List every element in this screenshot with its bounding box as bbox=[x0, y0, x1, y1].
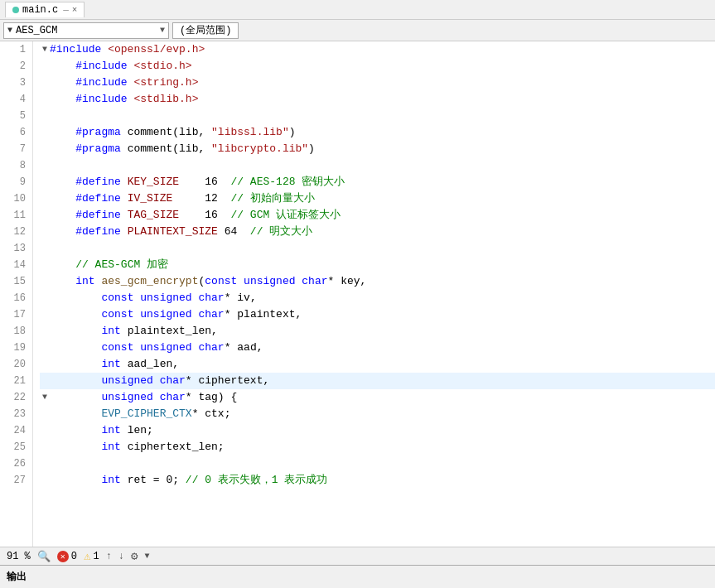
token-normal bbox=[50, 472, 101, 489]
line-number: 3 bbox=[7, 75, 26, 91]
token-normal: aad_len, bbox=[128, 356, 179, 373]
token-kw-int: int bbox=[101, 439, 127, 455]
code-line: const unsigned char* plaintext, bbox=[40, 306, 715, 323]
output-panel: 输出 bbox=[0, 565, 715, 588]
warning-count: 1 bbox=[93, 551, 99, 562]
token-normal: * plaintext, bbox=[225, 306, 302, 323]
token-normal: * ciphertext, bbox=[186, 373, 269, 389]
token-macro-name: PLAINTEXT_SIZE bbox=[128, 224, 218, 240]
code-line: EVP_CIPHER_CTX* ctx; bbox=[40, 406, 715, 422]
code-line: int ret = 0; // 0 表示失败，1 表示成功 bbox=[40, 472, 715, 489]
line-number: 6 bbox=[7, 124, 26, 141]
code-line: // AES-GCM 加密 bbox=[40, 257, 715, 273]
line-number: 17 bbox=[7, 306, 26, 323]
token-normal: plaintext_len, bbox=[128, 323, 218, 340]
code-line bbox=[40, 240, 715, 257]
token-kw-define: #define bbox=[50, 190, 128, 207]
token-normal: 64 bbox=[218, 224, 250, 240]
token-kw-unsigned: unsigned bbox=[140, 306, 198, 323]
token-comment: // GCM 认证标签大小 bbox=[230, 207, 341, 224]
token-kw-include: #include bbox=[50, 41, 108, 58]
token-kw-unsigned: unsigned bbox=[101, 373, 159, 389]
token-normal bbox=[50, 290, 101, 306]
token-normal: lib bbox=[179, 141, 198, 157]
line-number: 21 bbox=[7, 373, 26, 389]
error-icon: ✕ bbox=[57, 551, 69, 562]
token-normal: * aad, bbox=[225, 340, 263, 356]
token-normal: * tag) { bbox=[186, 389, 237, 406]
line-number: 24 bbox=[7, 422, 26, 439]
code-line bbox=[40, 157, 715, 174]
token-kw-int: int bbox=[101, 323, 127, 340]
token-comment: // AES-GCM 加密 bbox=[75, 257, 168, 273]
collapse-arrow[interactable]: ▼ bbox=[40, 393, 50, 402]
token-normal: 16 bbox=[179, 207, 230, 224]
toolbar: ▼ AES_GCM ▼ (全局范围) bbox=[0, 20, 715, 41]
scope-label: (全局范围) bbox=[180, 23, 231, 37]
collapse-arrow[interactable]: ▼ bbox=[40, 45, 50, 55]
line-number: 23 bbox=[7, 406, 26, 422]
token-normal: * ctx; bbox=[192, 406, 231, 422]
token-include-path: <string.h> bbox=[133, 75, 198, 91]
token-normal bbox=[50, 340, 101, 356]
line-number: 19 bbox=[7, 340, 26, 356]
token-punct: ( bbox=[198, 273, 205, 290]
code-line: ▼#include <openssl/evp.h> bbox=[40, 41, 715, 58]
function-dropdown[interactable]: ▼ AES_GCM ▼ bbox=[3, 22, 169, 39]
navigate-up-button[interactable]: ↑ bbox=[106, 551, 112, 562]
zoom-level: 91 % bbox=[7, 551, 31, 562]
token-normal: ret = 0; bbox=[128, 472, 186, 489]
token-normal bbox=[50, 373, 101, 389]
title-tab[interactable]: main.c — × bbox=[5, 2, 85, 17]
line-number: 16 bbox=[7, 290, 26, 306]
line-number: 14 bbox=[7, 257, 26, 273]
dropdown-icon: ▼ bbox=[7, 26, 12, 35]
token-normal bbox=[50, 356, 101, 373]
token-string-val: "libcrypto.lib" bbox=[211, 141, 308, 157]
editor-area: 1234567891011121314151617181920212223242… bbox=[0, 41, 715, 547]
token-normal: comment bbox=[128, 124, 173, 141]
token-include-path: <stdlib.h> bbox=[133, 91, 198, 108]
scope-box: (全局范围) bbox=[172, 22, 239, 39]
token-kw-int: int bbox=[75, 273, 101, 290]
dropdown-value: AES_GCM bbox=[16, 25, 57, 36]
token-normal bbox=[50, 323, 101, 340]
dropdown-arrow: ▼ bbox=[160, 26, 165, 35]
output-label: 输出 bbox=[7, 570, 27, 584]
token-comment: // 0 表示失败，1 表示成功 bbox=[186, 472, 328, 489]
close-tab-button[interactable]: × bbox=[72, 5, 78, 15]
line-number: 12 bbox=[7, 224, 26, 240]
navigate-down-button[interactable]: ↓ bbox=[118, 551, 124, 562]
token-kw-char: char bbox=[198, 306, 224, 323]
code-line: #include <string.h> bbox=[40, 75, 715, 91]
warning-status: ⚠ 1 bbox=[84, 549, 99, 563]
settings-button[interactable]: ⚙ bbox=[131, 549, 138, 563]
token-kw-unsigned: unsigned bbox=[140, 290, 198, 306]
token-normal: * key, bbox=[328, 273, 367, 290]
token-macro-name: IV_SIZE bbox=[128, 190, 173, 207]
settings-arrow: ▼ bbox=[145, 552, 150, 561]
token-comment: // AES-128 密钥大小 bbox=[230, 174, 345, 190]
token-kw-const: const bbox=[205, 273, 244, 290]
code-line: const unsigned char* iv, bbox=[40, 290, 715, 306]
warning-icon: ⚠ bbox=[84, 549, 90, 563]
token-normal bbox=[50, 422, 101, 439]
token-kw-char: char bbox=[302, 273, 327, 290]
token-normal: 12 bbox=[172, 190, 230, 207]
token-kw-pragma: #pragma bbox=[50, 141, 128, 157]
line-number: 1 bbox=[7, 41, 26, 58]
token-kw-int: int bbox=[101, 422, 127, 439]
token-kw-include: #include bbox=[50, 58, 133, 75]
line-number: 13 bbox=[7, 240, 26, 257]
code-line: #define IV_SIZE 12 // 初始向量大小 bbox=[40, 190, 715, 207]
token-kw-include: #include bbox=[50, 91, 133, 108]
code-area[interactable]: ▼#include <openssl/evp.h> #include <stdi… bbox=[33, 41, 715, 547]
line-number: 22 bbox=[7, 389, 26, 406]
code-line: #define PLAINTEXT_SIZE 64 // 明文大小 bbox=[40, 224, 715, 240]
status-bar: 91 % 🔍 ✕ 0 ⚠ 1 ↑ ↓ ⚙ ▼ bbox=[0, 547, 715, 565]
tab-label: main.c bbox=[22, 4, 58, 16]
token-kw-int: int bbox=[101, 472, 127, 489]
token-kw-unsigned: unsigned bbox=[140, 340, 198, 356]
token-kw-const: const bbox=[101, 340, 140, 356]
token-kw-include: #include bbox=[50, 75, 133, 91]
